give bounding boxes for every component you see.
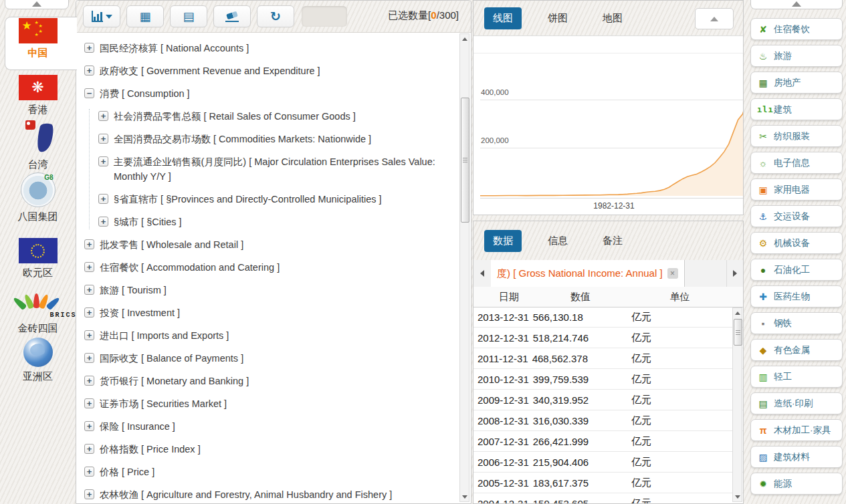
tree-item[interactable]: +货币银行 [ Monetary and Banking ] [84, 374, 453, 388]
country-item-eu[interactable]: 欧元区 [0, 238, 76, 279]
expand-node-icon[interactable]: + [98, 134, 108, 144]
tree-item[interactable]: +批发零售 [ Wholesale and Retail ] [84, 237, 453, 252]
scrollbar-down-arrow[interactable] [460, 492, 469, 501]
expand-node-icon[interactable]: + [84, 376, 94, 386]
expand-node-icon[interactable]: + [84, 43, 94, 53]
table-row[interactable]: 2010-12-31399,759.539亿元 [473, 369, 743, 390]
industry-item-10[interactable]: ●石油化工 [750, 259, 843, 281]
industry-item-7[interactable]: ▣家用电器 [750, 178, 843, 201]
expand-node-icon[interactable]: + [84, 330, 94, 340]
table-row[interactable]: 2008-12-31316,030.339亿元 [473, 410, 743, 431]
industry-item-17[interactable]: ▨建筑材料 [750, 446, 843, 468]
industry-item-1[interactable]: ✘住宿餐饮 [750, 18, 843, 40]
table-row[interactable]: 2005-12-31183,617.375亿元 [473, 473, 743, 493]
table-row[interactable]: 2007-12-31266,421.999亿元 [473, 431, 743, 452]
expand-node-icon[interactable]: + [98, 156, 108, 166]
tree-item[interactable]: +进出口 [ Imports and Exports ] [84, 328, 453, 343]
tree-item[interactable]: +价格指数 [ Price Index ] [84, 442, 453, 457]
series-tabs-left-arrow[interactable] [473, 260, 491, 287]
industry-item-9[interactable]: ⚙机械设备 [750, 232, 843, 254]
expand-node-icon[interactable]: + [98, 194, 108, 204]
tree-item[interactable]: +国际收支 [ Balance of Payments ] [84, 351, 453, 366]
table-row[interactable]: 2004-12-31159,453.605亿元 [473, 493, 743, 503]
table-row[interactable]: 2011-12-31468,562.378亿元 [473, 348, 743, 369]
industry-item-11[interactable]: ✚医药生物 [750, 285, 843, 307]
tree-item[interactable]: +§城市 [ §Cities ] [98, 215, 453, 229]
expand-node-icon[interactable]: + [98, 217, 108, 227]
tree-scrollbar[interactable] [459, 33, 469, 502]
scrollbar-thumb[interactable] [461, 98, 469, 223]
industry-item-14[interactable]: ▥轻工 [750, 366, 843, 388]
series-tab-gni-annual[interactable]: 度) [ Gross National Income: Annual ] × [491, 260, 685, 287]
industry-item-3[interactable]: ▦房地产 [750, 72, 843, 94]
expand-node-icon[interactable]: + [84, 444, 94, 454]
country-item-cn[interactable]: ★★★★★中国 [0, 18, 76, 59]
chart-collapse-button[interactable] [695, 8, 734, 29]
industry-item-15[interactable]: ▤造纸·印刷 [750, 392, 843, 414]
industry-item-5[interactable]: ✂纺织服装 [750, 125, 843, 147]
tree-item[interactable]: +全国消费品交易市场数 [ Commodities Markets: Natio… [98, 132, 453, 146]
chart-tab-饼图[interactable]: 饼图 [539, 7, 576, 29]
scrollbar-thumb[interactable] [734, 319, 742, 346]
tree-item[interactable]: +价格 [ Price ] [84, 465, 453, 479]
scrollbar-down-arrow[interactable] [733, 492, 742, 501]
country-item-g8[interactable]: G8八国集团 [0, 172, 76, 223]
expand-node-icon[interactable]: + [84, 285, 94, 295]
chart-tab-线图[interactable]: 线图 [484, 7, 522, 29]
tree-item[interactable]: +农林牧渔 [ Agriculture and Forestry, Animal… [84, 487, 453, 502]
chart-type-button[interactable] [83, 5, 120, 27]
data-tab-备注[interactable]: 备注 [594, 230, 631, 252]
table-scrollbar[interactable] [732, 307, 742, 502]
expand-node-icon[interactable]: + [84, 489, 94, 499]
table-row[interactable]: 2013-12-31566,130.18亿元 [473, 307, 743, 328]
country-item-asia[interactable]: 亚洲区 [0, 338, 76, 383]
industry-item-13[interactable]: ◆有色金属 [750, 339, 843, 361]
country-item-hk[interactable]: ❋香港 [0, 75, 76, 116]
tree-item[interactable]: −消费 [ Consumption ] [84, 86, 453, 101]
data-tab-信息[interactable]: 信息 [539, 230, 576, 252]
chart-tab-地图[interactable]: 地图 [594, 7, 631, 29]
expand-node-icon[interactable]: + [98, 111, 108, 121]
industry-item-18[interactable]: ✹能源 [750, 473, 843, 495]
tree-item[interactable]: +国民经济核算 [ National Accounts ] [84, 41, 453, 55]
tree-item[interactable]: +社会消费品零售总额 [ Retail Sales of Consumer Go… [98, 109, 453, 124]
expand-node-icon[interactable]: + [84, 398, 94, 408]
expand-node-icon[interactable]: + [84, 421, 94, 431]
table-row[interactable]: 2006-12-31215,904.406亿元 [473, 452, 743, 473]
table-row[interactable]: 2012-12-31518,214.746亿元 [473, 328, 743, 348]
table-row[interactable]: 2009-12-31340,319.952亿元 [473, 390, 743, 410]
series-tabs-right-arrow[interactable] [726, 260, 743, 287]
tree-item[interactable]: +旅游 [ Tourism ] [84, 283, 453, 297]
scrollbar-up-arrow[interactable] [460, 34, 469, 43]
scrollbar-up-arrow[interactable] [733, 308, 742, 318]
expand-node-icon[interactable]: + [84, 467, 94, 477]
series-tab-close-icon[interactable]: × [667, 268, 678, 279]
industry-item-12[interactable]: ▪钢铁 [750, 312, 843, 334]
expand-node-icon[interactable]: + [84, 262, 94, 272]
tree-item[interactable]: +主要流通企业销售额(月度同比) [ Major Circulation Ent… [98, 154, 453, 184]
tree-item[interactable]: +§省直辖市 [ §Provinces and Directly-Control… [98, 192, 453, 207]
industry-scroll-up-button[interactable] [750, 0, 843, 9]
expand-node-icon[interactable]: + [84, 239, 94, 249]
country-item-brics[interactable]: BRICS金砖四国 [0, 284, 76, 335]
tree-item[interactable]: +投资 [ Investment ] [84, 305, 453, 320]
country-item-tw[interactable]: 台湾 [0, 120, 76, 171]
data-tab-数据[interactable]: 数据 [484, 230, 522, 252]
collapse-node-icon[interactable]: − [84, 88, 94, 98]
tree-item[interactable]: +住宿餐饮 [ Accommodation and Catering ] [84, 260, 453, 275]
refresh-button[interactable]: ↻ [257, 5, 294, 27]
export-excel-button[interactable]: ▤ [170, 5, 207, 27]
expand-node-icon[interactable]: + [84, 66, 94, 76]
tree-item[interactable]: +政府收支 [ Government Revenue and Expenditu… [84, 64, 453, 78]
country-scroll-up-button[interactable] [5, 0, 69, 9]
industry-item-16[interactable]: π木材加工·家具 [750, 419, 843, 441]
data-table-button[interactable]: ▦ [126, 5, 164, 27]
industry-item-8[interactable]: ⚓交运设备 [750, 205, 843, 227]
industry-item-4[interactable]: ılı建筑 [750, 98, 843, 120]
tree-item[interactable]: +保险 [ Insurance ] [84, 419, 453, 434]
tree-item[interactable]: +证券市场 [ Securities Market ] [84, 396, 453, 411]
industry-item-6[interactable]: ☼电子信息 [750, 152, 843, 174]
clear-button[interactable] [213, 5, 251, 27]
expand-node-icon[interactable]: + [84, 353, 94, 363]
industry-item-2[interactable]: ♨旅游 [750, 45, 843, 67]
